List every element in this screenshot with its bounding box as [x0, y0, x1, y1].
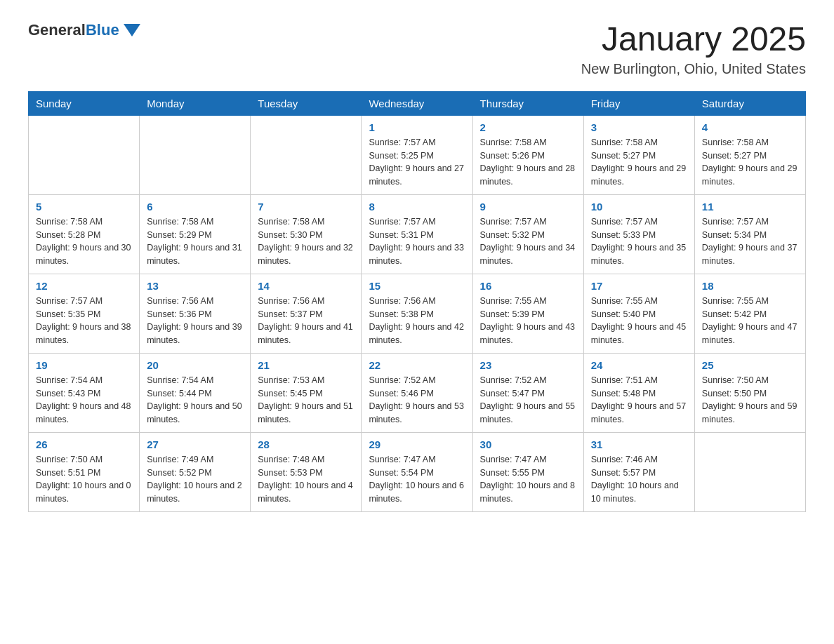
calendar-day-header: Monday [140, 91, 251, 115]
calendar-week-row: 1Sunrise: 7:57 AMSunset: 5:25 PMDaylight… [29, 115, 806, 194]
calendar-day-cell: 14Sunrise: 7:56 AMSunset: 5:37 PMDayligh… [251, 274, 362, 353]
day-info: Sunrise: 7:58 AMSunset: 5:27 PMDaylight:… [591, 136, 687, 189]
day-number: 29 [369, 438, 465, 450]
calendar-day-cell: 10Sunrise: 7:57 AMSunset: 5:33 PMDayligh… [583, 194, 694, 274]
calendar-header-row: SundayMondayTuesdayWednesdayThursdayFrid… [29, 91, 806, 115]
day-info: Sunrise: 7:50 AMSunset: 5:50 PMDaylight:… [702, 374, 798, 427]
day-number: 9 [480, 201, 576, 213]
day-number: 15 [369, 280, 465, 292]
day-info: Sunrise: 7:55 AMSunset: 5:42 PMDaylight:… [702, 295, 798, 347]
calendar-day-header: Wednesday [362, 91, 472, 115]
day-number: 17 [591, 280, 687, 292]
calendar-day-cell: 1Sunrise: 7:57 AMSunset: 5:25 PMDaylight… [362, 115, 472, 194]
day-info: Sunrise: 7:56 AMSunset: 5:38 PMDaylight:… [369, 295, 465, 347]
day-info: Sunrise: 7:57 AMSunset: 5:32 PMDaylight:… [480, 215, 576, 268]
calendar-week-row: 26Sunrise: 7:50 AMSunset: 5:51 PMDayligh… [29, 432, 806, 511]
day-number: 18 [702, 280, 798, 292]
calendar-day-cell: 13Sunrise: 7:56 AMSunset: 5:36 PMDayligh… [140, 274, 251, 353]
calendar-day-cell: 3Sunrise: 7:58 AMSunset: 5:27 PMDaylight… [583, 115, 694, 194]
day-number: 13 [147, 280, 243, 292]
calendar-day-cell: 8Sunrise: 7:57 AMSunset: 5:31 PMDaylight… [362, 194, 472, 274]
day-number: 30 [480, 438, 576, 450]
calendar-week-row: 5Sunrise: 7:58 AMSunset: 5:28 PMDaylight… [29, 194, 806, 274]
day-info: Sunrise: 7:58 AMSunset: 5:26 PMDaylight:… [480, 136, 576, 189]
day-info: Sunrise: 7:57 AMSunset: 5:33 PMDaylight:… [591, 215, 687, 268]
calendar-day-cell: 6Sunrise: 7:58 AMSunset: 5:29 PMDaylight… [140, 194, 251, 274]
logo[interactable]: GeneralBlue [28, 21, 140, 39]
calendar-day-cell: 11Sunrise: 7:57 AMSunset: 5:34 PMDayligh… [694, 194, 805, 274]
calendar-day-cell [251, 115, 362, 194]
calendar-day-cell: 27Sunrise: 7:49 AMSunset: 5:52 PMDayligh… [140, 432, 251, 511]
calendar-week-row: 12Sunrise: 7:57 AMSunset: 5:35 PMDayligh… [29, 274, 806, 353]
day-info: Sunrise: 7:55 AMSunset: 5:39 PMDaylight:… [480, 295, 576, 347]
calendar-day-cell: 18Sunrise: 7:55 AMSunset: 5:42 PMDayligh… [694, 274, 805, 353]
day-number: 31 [591, 438, 687, 450]
day-info: Sunrise: 7:54 AMSunset: 5:44 PMDaylight:… [147, 374, 243, 427]
day-number: 26 [36, 438, 132, 450]
day-number: 16 [480, 280, 576, 292]
day-info: Sunrise: 7:52 AMSunset: 5:47 PMDaylight:… [480, 374, 576, 427]
calendar-day-cell: 15Sunrise: 7:56 AMSunset: 5:38 PMDayligh… [362, 274, 472, 353]
day-number: 3 [591, 121, 687, 133]
day-number: 8 [369, 201, 465, 213]
day-number: 7 [258, 201, 354, 213]
calendar-day-cell: 16Sunrise: 7:55 AMSunset: 5:39 PMDayligh… [472, 274, 583, 353]
calendar-day-cell: 31Sunrise: 7:46 AMSunset: 5:57 PMDayligh… [583, 432, 694, 511]
calendar-day-cell: 4Sunrise: 7:58 AMSunset: 5:27 PMDaylight… [694, 115, 805, 194]
day-info: Sunrise: 7:49 AMSunset: 5:52 PMDaylight:… [147, 453, 243, 506]
day-info: Sunrise: 7:58 AMSunset: 5:29 PMDaylight:… [147, 215, 243, 268]
day-number: 2 [480, 121, 576, 133]
calendar-day-cell: 2Sunrise: 7:58 AMSunset: 5:26 PMDaylight… [472, 115, 583, 194]
calendar-day-cell: 7Sunrise: 7:58 AMSunset: 5:30 PMDaylight… [251, 194, 362, 274]
day-info: Sunrise: 7:57 AMSunset: 5:31 PMDaylight:… [369, 215, 465, 268]
calendar-day-cell: 29Sunrise: 7:47 AMSunset: 5:54 PMDayligh… [362, 432, 472, 511]
day-info: Sunrise: 7:58 AMSunset: 5:28 PMDaylight:… [36, 215, 132, 268]
day-number: 28 [258, 438, 354, 450]
day-number: 27 [147, 438, 243, 450]
calendar-day-cell: 12Sunrise: 7:57 AMSunset: 5:35 PMDayligh… [29, 274, 140, 353]
day-number: 19 [36, 359, 132, 371]
calendar-day-header: Sunday [29, 91, 140, 115]
calendar-day-cell [29, 115, 140, 194]
day-info: Sunrise: 7:47 AMSunset: 5:55 PMDaylight:… [480, 453, 576, 506]
calendar-day-cell: 22Sunrise: 7:52 AMSunset: 5:46 PMDayligh… [362, 353, 472, 432]
day-number: 25 [702, 359, 798, 371]
day-info: Sunrise: 7:58 AMSunset: 5:30 PMDaylight:… [258, 215, 354, 268]
calendar-day-cell: 20Sunrise: 7:54 AMSunset: 5:44 PMDayligh… [140, 353, 251, 432]
calendar-table: SundayMondayTuesdayWednesdayThursdayFrid… [28, 91, 806, 512]
day-number: 5 [36, 201, 132, 213]
day-info: Sunrise: 7:53 AMSunset: 5:45 PMDaylight:… [258, 374, 354, 427]
day-number: 12 [36, 280, 132, 292]
calendar-day-cell: 30Sunrise: 7:47 AMSunset: 5:55 PMDayligh… [472, 432, 583, 511]
day-info: Sunrise: 7:56 AMSunset: 5:37 PMDaylight:… [258, 295, 354, 347]
day-number: 20 [147, 359, 243, 371]
day-number: 4 [702, 121, 798, 133]
day-info: Sunrise: 7:56 AMSunset: 5:36 PMDaylight:… [147, 295, 243, 347]
calendar-day-cell [694, 432, 805, 511]
calendar-day-cell: 5Sunrise: 7:58 AMSunset: 5:28 PMDaylight… [29, 194, 140, 274]
logo-text: GeneralBlue [28, 21, 119, 39]
page-header: GeneralBlue January 2025 New Burlington,… [28, 21, 806, 77]
calendar-day-cell: 28Sunrise: 7:48 AMSunset: 5:53 PMDayligh… [251, 432, 362, 511]
day-info: Sunrise: 7:51 AMSunset: 5:48 PMDaylight:… [591, 374, 687, 427]
day-info: Sunrise: 7:54 AMSunset: 5:43 PMDaylight:… [36, 374, 132, 427]
day-info: Sunrise: 7:55 AMSunset: 5:40 PMDaylight:… [591, 295, 687, 347]
day-number: 11 [702, 201, 798, 213]
calendar-day-cell: 24Sunrise: 7:51 AMSunset: 5:48 PMDayligh… [583, 353, 694, 432]
calendar-day-header: Saturday [694, 91, 805, 115]
calendar-day-header: Tuesday [251, 91, 362, 115]
calendar-day-cell: 9Sunrise: 7:57 AMSunset: 5:32 PMDaylight… [472, 194, 583, 274]
day-info: Sunrise: 7:48 AMSunset: 5:53 PMDaylight:… [258, 453, 354, 506]
day-info: Sunrise: 7:46 AMSunset: 5:57 PMDaylight:… [591, 453, 687, 506]
day-number: 24 [591, 359, 687, 371]
day-info: Sunrise: 7:58 AMSunset: 5:27 PMDaylight:… [702, 136, 798, 189]
day-info: Sunrise: 7:57 AMSunset: 5:25 PMDaylight:… [369, 136, 465, 189]
day-info: Sunrise: 7:50 AMSunset: 5:51 PMDaylight:… [36, 453, 132, 506]
logo-triangle-icon [124, 24, 140, 36]
day-number: 14 [258, 280, 354, 292]
calendar-day-cell: 23Sunrise: 7:52 AMSunset: 5:47 PMDayligh… [472, 353, 583, 432]
day-number: 21 [258, 359, 354, 371]
day-number: 10 [591, 201, 687, 213]
calendar-day-header: Friday [583, 91, 694, 115]
day-number: 6 [147, 201, 243, 213]
